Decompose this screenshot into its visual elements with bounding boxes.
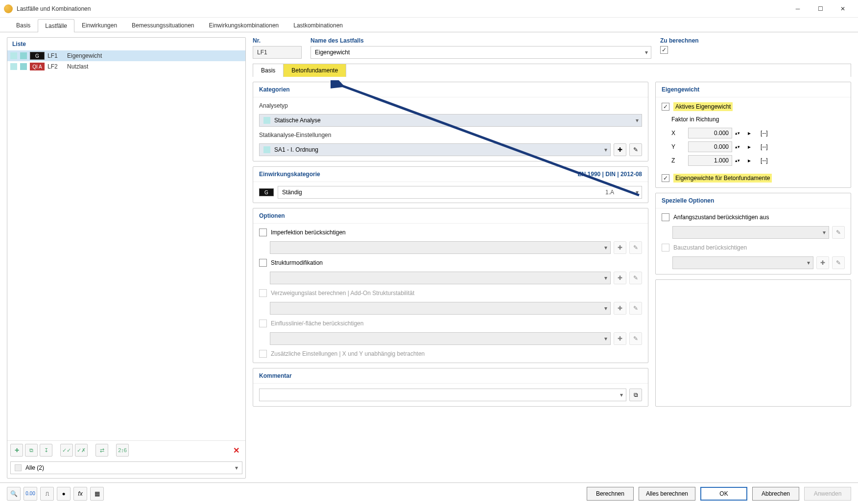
dot-icon[interactable]: ●: [57, 487, 71, 501]
beton-checkbox[interactable]: [662, 174, 669, 182]
group-einwirkung: Einwirkungskategorie EN 1990 | DIN | 201…: [253, 166, 648, 203]
spezielle-title: Spezielle Optionen: [656, 193, 851, 208]
factor-y-input[interactable]: [688, 141, 732, 152]
uncheck-icon[interactable]: ✓✗: [75, 444, 88, 457]
arrow-icon[interactable]: ▸: [748, 157, 758, 164]
titlebar: Lastfälle und Kombinationen ─ ☐ ✕: [0, 0, 858, 18]
search-icon[interactable]: 🔍: [7, 487, 21, 501]
name-value: Eigengewicht: [315, 49, 350, 56]
factor-x-input[interactable]: [688, 128, 732, 138]
new-settings-icon[interactable]: ✚: [614, 143, 626, 156]
lf-number: LF1: [48, 52, 64, 59]
analysetyp-combo[interactable]: Statische Analyse ▾: [259, 114, 642, 127]
factor-z-input[interactable]: [688, 155, 732, 166]
tab-einwirkungen[interactable]: Einwirkungen: [74, 19, 124, 32]
list-area[interactable]: G LF1 Eigengewicht QI A LF2 Nutzlast: [7, 50, 245, 440]
check-icon[interactable]: ✓✓: [60, 444, 73, 457]
calendar-icon[interactable]: ▦: [90, 487, 104, 501]
filter-value: Alle (2): [25, 464, 44, 471]
einwirkung-title: Einwirkungskategorie: [259, 171, 320, 178]
anfang-checkbox[interactable]: [662, 213, 669, 221]
tab-bemessungssituationen[interactable]: Bemessungssituationen: [124, 19, 201, 32]
tab-lastkombinationen[interactable]: Lastkombinationen: [286, 19, 350, 32]
lf-name: Eigengewicht: [67, 52, 102, 59]
imperfektion-label: Imperfektion berücksichtigen: [271, 229, 346, 236]
units-icon[interactable]: 0.00: [24, 487, 37, 501]
close-button[interactable]: ✕: [832, 1, 854, 16]
detail-subtabs: Basis Betonfundamente: [253, 64, 851, 77]
edit-icon: ✎: [629, 302, 642, 315]
model-icon[interactable]: ⎍: [40, 487, 54, 501]
name-combo[interactable]: Eigengewicht ▾: [310, 46, 651, 59]
spinner-icon[interactable]: ▴▾: [735, 131, 745, 136]
nr-input[interactable]: [253, 46, 302, 59]
faktor-label: Faktor in Richtung: [671, 116, 845, 123]
factor-y-unit: [--]: [761, 143, 775, 150]
bauzustand-combo: ▾: [672, 256, 813, 269]
edit-icon: ✎: [629, 241, 642, 254]
list-row-lf2[interactable]: QI A LF2 Nutzlast: [7, 61, 245, 72]
einwirkung-code: 1.A: [575, 189, 614, 196]
subtab-basis[interactable]: Basis: [253, 64, 284, 77]
combo-swatch-icon: [263, 117, 270, 124]
edit-settings-icon[interactable]: ✎: [629, 143, 642, 156]
verzweigung-checkbox: [259, 289, 267, 297]
tab-lastfaelle[interactable]: Lastfälle: [38, 19, 74, 32]
zu-berechnen-checkbox[interactable]: [660, 46, 668, 54]
color-swatch: [10, 63, 17, 70]
new-icon: ✚: [614, 272, 626, 284]
list-row-lf1[interactable]: G LF1 Eigengewicht: [7, 50, 245, 61]
factor-y-label: Y: [671, 143, 685, 150]
imperfektion-checkbox[interactable]: [259, 229, 267, 236]
group-eigengewicht: Eigengewicht Aktives Eigengewicht Faktor…: [655, 82, 851, 188]
spinner-icon[interactable]: ▴▾: [735, 144, 745, 149]
tab-basis[interactable]: Basis: [9, 19, 38, 32]
bauzustand-checkbox: [662, 244, 669, 252]
group-optionen: Optionen Imperfektion berücksichtigen ▾ …: [253, 208, 648, 363]
berechnen-button[interactable]: Berechnen: [587, 487, 634, 501]
detail-panel: Nr. Name des Lastfalls Eigengewicht ▾ Zu…: [253, 37, 851, 479]
statik-combo[interactable]: SA1 - I. Ordnung ▾: [259, 143, 611, 156]
lf-number: LF2: [48, 63, 64, 70]
filter-combo[interactable]: Alle (2) ▾: [10, 461, 242, 474]
abbrechen-button[interactable]: Abbrechen: [752, 487, 799, 501]
insert-icon[interactable]: ↧: [40, 444, 52, 457]
swap-icon[interactable]: ⇄: [95, 444, 108, 457]
arrow-icon[interactable]: ▸: [748, 130, 758, 137]
copy-icon[interactable]: ⧉: [25, 444, 38, 457]
optionen-title: Optionen: [253, 208, 648, 224]
delete-icon[interactable]: ✕: [230, 444, 242, 457]
anfang-label: Anfangszustand berücksichtigen aus: [673, 214, 769, 221]
anwenden-button: Anwenden: [804, 487, 851, 501]
minimize-button[interactable]: ─: [786, 1, 809, 16]
color-swatch: [10, 52, 17, 59]
zusatz-label: Zusätzliche Einstellungen | X und Y unab…: [271, 350, 425, 357]
maximize-button[interactable]: ☐: [809, 1, 832, 16]
kommentar-combo[interactable]: ▾: [259, 389, 626, 401]
kommentar-edit-icon[interactable]: ⧉: [629, 389, 642, 401]
new-icon[interactable]: ✚: [10, 444, 23, 457]
arrow-icon[interactable]: ▸: [748, 143, 758, 150]
statik-value: SA1 - I. Ordnung: [274, 146, 318, 153]
ok-button[interactable]: OK: [700, 487, 747, 501]
struktur-combo: ▾: [270, 272, 611, 284]
renumber-icon[interactable]: 2↕6: [116, 444, 129, 457]
edit-icon: ✎: [629, 332, 642, 345]
group-empty: [655, 279, 851, 407]
einfluss-combo: ▾: [270, 332, 611, 345]
fx-icon[interactable]: fx: [73, 487, 87, 501]
zu-berechnen-label: Zu berechnen: [660, 37, 851, 44]
einwirkung-combo[interactable]: Ständig 1.A ▾: [278, 186, 642, 199]
kommentar-title: Kommentar: [253, 368, 648, 384]
struktur-checkbox[interactable]: [259, 259, 267, 267]
category-tag-g: G: [259, 188, 274, 196]
group-kategorien: Kategorien Analysetyp Statische Analyse …: [253, 82, 648, 161]
aktives-label: Aktives Eigengewicht: [673, 102, 733, 111]
bauzustand-label: Bauzustand berücksichtigen: [673, 244, 747, 251]
subtab-betonfundamente[interactable]: Betonfundamente: [284, 64, 346, 77]
tab-einwirkungskombinationen[interactable]: Einwirkungskombinationen: [202, 19, 286, 32]
spinner-icon[interactable]: ▴▾: [735, 158, 745, 163]
aktives-checkbox[interactable]: [662, 103, 669, 111]
chevron-down-icon: ▾: [636, 117, 639, 124]
alles-berechnen-button[interactable]: Alles berechnen: [639, 487, 695, 501]
